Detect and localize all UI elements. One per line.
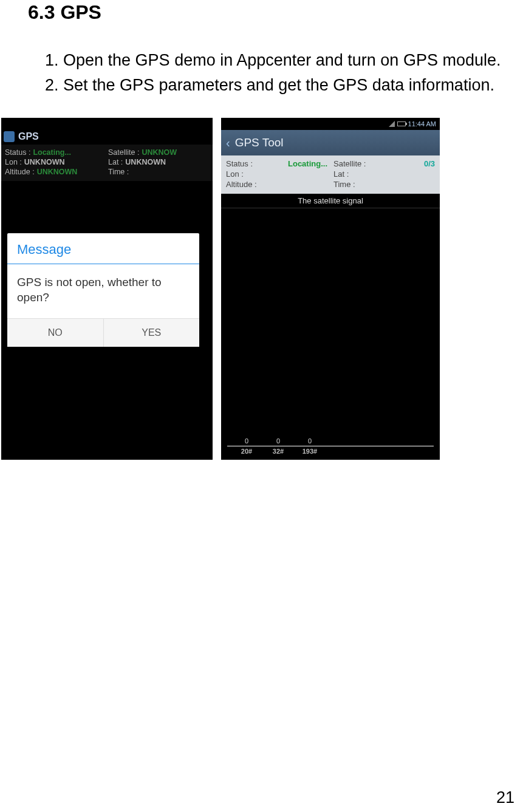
status-row: Status : Locating...	[5, 148, 106, 157]
x-label-2: 32#	[270, 448, 287, 455]
screenshot-gps-tool: 11:44 AM ‹ GPS Tool Status : Locating...…	[221, 118, 440, 460]
chart-bars: 0 0 0	[227, 437, 434, 446]
time-row: Time :	[108, 168, 209, 176]
lat-label: Lat :	[333, 169, 349, 179]
x-label-1: 20#	[238, 448, 255, 455]
satellite-row: Satellite : 0/3	[333, 159, 435, 168]
app-title: GPS Tool	[235, 136, 284, 149]
satellite-value: UNKNOW	[142, 148, 177, 157]
bar-value-1: 0	[245, 437, 248, 445]
gps-app-icon	[4, 131, 15, 142]
altitude-label: Altitude :	[5, 168, 35, 176]
satellite-signal-chart: 0 0 0 20# 32# 193#	[227, 437, 434, 455]
lon-label: Lon :	[226, 169, 244, 179]
dialog-yes-button[interactable]: YES	[104, 319, 200, 347]
back-icon[interactable]: ‹	[226, 136, 230, 150]
lon-label: Lon :	[5, 158, 22, 166]
status-time: 11:44 AM	[408, 120, 436, 128]
gps-open-dialog: Message GPS is not open, whether to open…	[7, 233, 199, 347]
satellite-label: Satellite :	[333, 159, 366, 168]
gps-info-panel: Status : Locating... Satellite : 0/3 Lon…	[221, 155, 440, 194]
app-title: GPS	[18, 131, 39, 142]
altitude-row: Altitude : UNKNOWN	[5, 168, 106, 176]
signal-icon	[389, 121, 395, 127]
time-label: Time :	[333, 180, 355, 189]
status-label: Status :	[226, 159, 253, 168]
lat-value: UNKNOWN	[125, 158, 166, 166]
altitude-row: Altitude :	[226, 180, 327, 189]
satellite-row: Satellite : UNKNOW	[108, 148, 209, 157]
status-row: Status : Locating...	[226, 159, 327, 168]
lon-value: UNKNOWN	[24, 158, 65, 166]
chart-x-labels: 20# 32# 193#	[227, 448, 434, 455]
dialog-title: Message	[7, 233, 199, 264]
status-value: Locating...	[33, 148, 71, 157]
dialog-no-button[interactable]: NO	[7, 319, 104, 347]
section-heading: 6.3 GPS	[28, 1, 505, 24]
instructions-block: 1. Open the GPS demo in Appcenter and tu…	[18, 48, 505, 97]
dialog-body: GPS is not open, whether to open?	[7, 264, 199, 318]
android-status-bar	[1, 118, 213, 129]
bar-value-2: 0	[276, 437, 280, 445]
instruction-1: 1. Open the GPS demo in Appcenter and tu…	[18, 48, 505, 73]
lat-label: Lat :	[108, 158, 123, 166]
gps-info-panel: Status : Locating... Satellite : UNKNOW …	[1, 145, 213, 181]
time-row: Time :	[333, 180, 435, 189]
time-label: Time :	[108, 168, 129, 176]
screenshots-row: GPS Status : Locating... Satellite : UNK…	[1, 118, 505, 460]
app-title-bar: GPS	[1, 129, 213, 145]
altitude-label: Altitude :	[226, 180, 257, 189]
satellite-label: Satellite :	[108, 148, 139, 157]
lon-row: Lon :	[226, 169, 327, 179]
satellite-signal-panel: The satellite signal 0 0 0 20# 32# 193#	[221, 194, 440, 460]
page-number: 21	[496, 788, 514, 807]
screenshot-gps-dialog: GPS Status : Locating... Satellite : UNK…	[1, 118, 213, 460]
lat-row: Lat :	[333, 169, 435, 179]
satellite-signal-title: The satellite signal	[221, 194, 440, 208]
android-status-bar: 11:44 AM	[221, 118, 440, 130]
battery-icon	[397, 121, 406, 126]
dialog-buttons: NO YES	[7, 318, 199, 347]
instruction-2: 2. Set the GPS parameters and get the GP…	[18, 73, 505, 98]
status-value: Locating...	[288, 159, 327, 168]
bar-value-3: 0	[308, 437, 312, 445]
lon-row: Lon : UNKNOWN	[5, 158, 106, 166]
altitude-value: UNKNOWN	[37, 168, 78, 176]
app-title-bar: ‹ GPS Tool	[221, 130, 440, 155]
lat-row: Lat : UNKNOWN	[108, 158, 209, 166]
x-label-3: 193#	[301, 448, 318, 455]
status-label: Status :	[5, 148, 30, 157]
satellite-value: 0/3	[424, 159, 435, 168]
